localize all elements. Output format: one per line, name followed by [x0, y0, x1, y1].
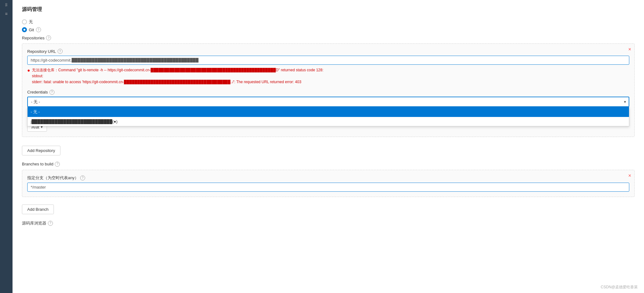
branch-input[interactable]	[27, 183, 629, 192]
dropdown-option-user[interactable]: j████████████████████████████(●)	[28, 117, 629, 126]
source-browser-section: 源码库浏览器 ?	[22, 220, 635, 226]
radio-git-circle[interactable]	[22, 27, 27, 32]
branches-section: Branches to build ? × 指定分支（为空时代表any） ? A…	[22, 162, 635, 214]
repo-card: × Repository URL ? ● 无法连接仓库：Command "git…	[22, 43, 635, 137]
radio-none-label: 无	[29, 19, 33, 25]
error-main-line: 无法连接仓库：Command "git ls-remote -h -- http…	[32, 67, 323, 73]
add-branch-label: Add Branch	[27, 207, 49, 212]
credentials-dropdown-list: - 无 - j████████████████████████████(●)	[27, 107, 629, 126]
radio-git-label: Git	[29, 28, 34, 32]
branches-section-label: Branches to build ?	[22, 162, 635, 167]
radio-git[interactable]: Git ?	[22, 27, 635, 32]
error-block: ● 无法连接仓库：Command "git ls-remote -h -- ht…	[27, 67, 629, 85]
add-branch-button[interactable]: Add Branch	[22, 205, 54, 214]
sidebar-menu-icon[interactable]: ≡	[5, 11, 8, 16]
source-browser-section-label: 源码库浏览器 ?	[22, 220, 635, 226]
error-icon: ●	[27, 68, 30, 73]
credentials-field-label: Credentials ?	[27, 90, 629, 95]
credentials-section: Credentials ? - 无 - j███████████████████…	[27, 90, 629, 118]
credentials-help-icon[interactable]: ?	[49, 90, 54, 95]
repo-card-close-button[interactable]: ×	[628, 47, 631, 52]
repo-url-field-label: Repository URL ?	[27, 49, 629, 54]
source-browser-help-icon[interactable]: ?	[48, 221, 53, 226]
branches-help-icon[interactable]: ?	[55, 162, 60, 167]
radio-none[interactable]: 无	[22, 19, 635, 25]
add-repository-button[interactable]: Add Repository	[22, 146, 60, 155]
branch-card-close-button[interactable]: ×	[628, 173, 631, 178]
repo-url-help-icon[interactable]: ?	[58, 49, 63, 54]
branch-card: × 指定分支（为空时代表any） ?	[22, 170, 635, 197]
repositories-help-icon[interactable]: ?	[46, 35, 51, 40]
git-help-icon[interactable]: ?	[36, 27, 41, 32]
branch-help-icon[interactable]: ?	[80, 175, 85, 180]
footer-credit: CSDN@孟德爱吃香菜	[601, 285, 638, 290]
branch-field-label: 指定分支（为空时代表any） ?	[27, 175, 629, 181]
error-text: 无法连接仓库：Command "git ls-remote -h -- http…	[32, 67, 323, 85]
sidebar-item-os[interactable]: os	[5, 3, 8, 7]
page-title: 源码管理	[22, 6, 635, 13]
sidebar: os ≡	[0, 0, 13, 293]
repositories-section-label: Repositories ?	[22, 35, 635, 40]
error-stderr-line: stderr: fatal: unable to access 'https:/…	[32, 79, 323, 85]
error-stdout-line: stdout:	[32, 73, 323, 79]
credentials-select[interactable]: - 无 - j████████████████████(●)	[27, 97, 629, 107]
credentials-select-wrapper: - 无 - j████████████████████(●) ▾ - 无 - j…	[27, 97, 629, 107]
main-content: 源码管理 无 Git ? Repositories ? × Repositor	[13, 0, 644, 293]
radio-group: 无 Git ?	[22, 19, 635, 32]
radio-none-circle[interactable]	[22, 19, 27, 24]
repo-url-input[interactable]	[27, 56, 629, 65]
add-repository-label: Add Repository	[27, 148, 55, 153]
dropdown-option-none[interactable]: - 无 -	[28, 107, 629, 117]
